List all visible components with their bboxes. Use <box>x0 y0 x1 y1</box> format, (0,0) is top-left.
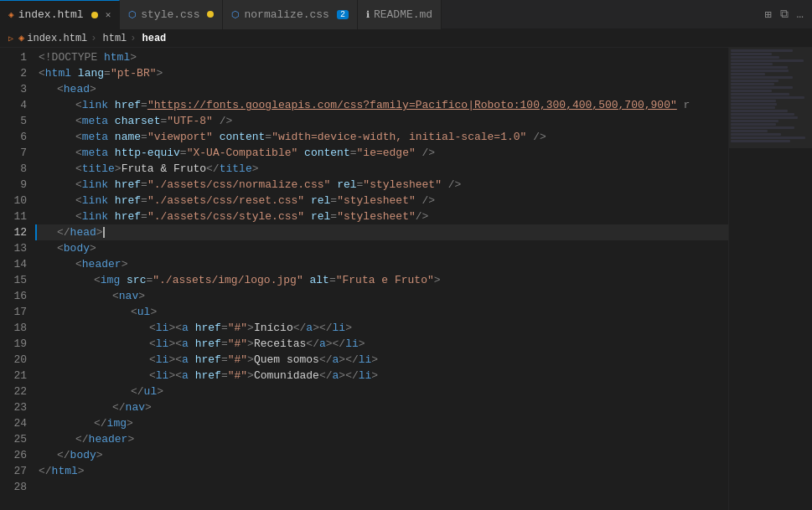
token: </ <box>131 384 144 399</box>
line-number-25: 25 <box>8 431 27 447</box>
token: < <box>75 256 82 272</box>
html-icon: ◈ <box>8 9 14 20</box>
token <box>297 145 304 161</box>
token: Início <box>254 320 293 336</box>
token: > <box>247 320 254 336</box>
split-editor-icon[interactable]: ⧉ <box>780 8 789 21</box>
minimap-line <box>731 56 779 59</box>
tab-readme-md[interactable]: ℹ README.md <box>358 0 442 29</box>
token: </ <box>57 224 70 240</box>
token <box>189 336 195 352</box>
token: content <box>304 145 350 161</box>
token: < <box>149 352 156 368</box>
token: meta <box>82 145 108 161</box>
breadcrumb-sep-2: › <box>130 33 136 44</box>
tab-index-html[interactable]: ◈ index.html ✕ <box>0 0 120 29</box>
token: "stylesheet" <box>363 177 442 193</box>
minimap[interactable] <box>728 48 812 510</box>
code-line-12: </head> <box>35 224 728 240</box>
token: "./assets/css/reset.css" <box>147 193 304 209</box>
token <box>108 193 115 209</box>
editor-container: 1234567891011121314151617181920212223242… <box>0 48 812 510</box>
breadcrumb-item-html[interactable]: html <box>100 33 127 44</box>
code-line-7: <meta http-equiv="X-UA-Compatible" conte… <box>35 145 728 161</box>
token: li <box>156 320 169 336</box>
token: rel <box>337 177 356 193</box>
token: > <box>345 320 352 336</box>
token: >< <box>168 352 182 368</box>
token: "ie=edge" <box>357 145 416 161</box>
code-line-17: <ul> <box>35 304 728 320</box>
tab-label: normalize.css <box>244 8 328 21</box>
modified-dot <box>91 12 98 18</box>
remote-icon[interactable]: ⊞ <box>764 8 771 22</box>
token: = <box>330 193 337 209</box>
token: "./assets/css/normalize.css" <box>147 177 330 193</box>
token: = <box>141 129 147 145</box>
breadcrumb-item-file[interactable]: ◈ index.html <box>18 32 87 44</box>
token: > <box>371 368 378 384</box>
code-line-5: <meta charset="UTF-8" /> <box>35 113 728 129</box>
line-number-21: 21 <box>8 368 27 384</box>
minimap-line <box>731 137 805 139</box>
token: content <box>220 129 266 145</box>
token: /> <box>213 113 232 129</box>
token: </ <box>319 368 333 384</box>
token: > <box>247 352 254 368</box>
minimap-line <box>731 76 793 79</box>
code-line-18: <li><a href="#">Início</a></li> <box>35 320 728 336</box>
code-area[interactable]: <!DOCTYPE html><html lang="pt-BR"><head>… <box>35 48 728 510</box>
token: nav <box>126 399 145 415</box>
token: "#" <box>228 320 247 336</box>
token: "UTF-8" <box>167 113 213 129</box>
code-line-9: <link href="./assets/css/normalize.css" … <box>35 177 728 193</box>
minimap-line <box>731 126 794 129</box>
token: > <box>371 352 378 368</box>
token: = <box>141 193 147 209</box>
minimap-line <box>731 113 794 116</box>
token <box>303 272 310 288</box>
minimap-line <box>731 70 789 72</box>
token: link <box>82 209 108 224</box>
token: ></ <box>339 368 358 384</box>
breadcrumb-head-label: head <box>142 33 167 44</box>
close-icon[interactable]: ✕ <box>106 9 111 20</box>
token: img <box>101 272 120 288</box>
token: alt <box>310 272 329 288</box>
token: href <box>115 193 141 209</box>
token: < <box>75 161 82 177</box>
token: name <box>115 129 141 145</box>
token: rel <box>311 209 330 224</box>
more-actions-icon[interactable]: … <box>797 8 804 21</box>
token: >< <box>168 368 182 384</box>
token <box>304 193 311 209</box>
minimap-line <box>731 83 774 85</box>
token <box>108 113 115 129</box>
token: html <box>45 65 71 81</box>
token: href <box>195 352 221 368</box>
token: > <box>156 65 163 81</box>
line-number-19: 19 <box>8 336 27 352</box>
token: rel <box>311 193 330 209</box>
token: a <box>182 368 189 384</box>
tab-normalize-css[interactable]: ⬡ normalize.css 2 <box>223 0 357 29</box>
token: "Fruta e Fruto" <box>336 272 434 288</box>
token: > <box>122 256 128 272</box>
tab-label: style.css <box>141 8 199 21</box>
minimap-line <box>731 53 772 55</box>
token: body <box>70 447 96 463</box>
token: "width=device-width, initial-scale=1.0" <box>272 129 526 145</box>
minimap-line <box>731 120 778 122</box>
token: </ <box>206 161 220 177</box>
line-number-7: 7 <box>8 145 27 161</box>
code-line-24: </img> <box>35 415 728 431</box>
minimap-line <box>731 96 804 99</box>
token: a <box>182 320 189 336</box>
code-line-28 <box>35 479 728 495</box>
token: = <box>265 129 272 145</box>
breadcrumb-item-head[interactable]: head <box>140 33 167 44</box>
tab-style-css[interactable]: ⬡ style.css <box>120 0 223 29</box>
token: /> <box>442 177 461 193</box>
code-line-8: <title>Fruta & Fruto</title> <box>35 161 728 177</box>
token <box>189 320 195 336</box>
